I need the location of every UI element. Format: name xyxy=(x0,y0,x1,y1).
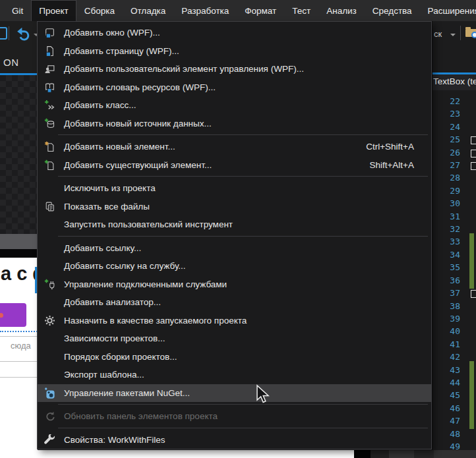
line-numbers: 2223242526272829303132333435363738394041… xyxy=(432,95,460,450)
line-number: 24 xyxy=(432,121,460,133)
main-menubar: GitПроектСборкаОтладкаРазработкаФорматТе… xyxy=(0,0,476,21)
mouse-cursor xyxy=(256,384,270,407)
menu-item-label: Показать все файлы xyxy=(64,202,150,212)
menu-item-label: Управление подключенными службами xyxy=(64,279,227,289)
magnifier-icon xyxy=(471,32,476,38)
menu-item-add-resource-dictionary-wpf[interactable]: Добавить словарь ресурсов (WPF)... xyxy=(38,78,431,97)
designer-row-divider xyxy=(0,377,38,378)
designer-textbox-placeholder-fragment[interactable]: сюда xyxy=(11,341,31,351)
menu-item-label: Добавить пользовательский элемент управл… xyxy=(64,64,304,74)
menu-item-refresh-project-toolbox-items: Обновить панель элементов проекта xyxy=(38,407,431,426)
designer-row-divider xyxy=(0,361,38,362)
menu-item-add-reference[interactable]: Добавить ссылку... xyxy=(38,239,431,258)
line-number: 49 xyxy=(432,440,460,450)
intellisense-popup-fragment: TextBox (te xyxy=(432,74,476,90)
toolbar-separator xyxy=(460,26,461,40)
menu-item-add-window-wpf[interactable]: Добавить окно (WPF)... xyxy=(38,24,431,42)
menu-item-shortcut: Shift+Alt+A xyxy=(369,160,414,170)
add-datasource-icon xyxy=(44,118,55,129)
wpf-usercontrol-icon xyxy=(44,63,55,74)
menu-item-label: Исключить из проекта xyxy=(64,183,156,193)
line-number: 30 xyxy=(432,197,460,210)
menu-item-add-page-wpf[interactable]: Добавить страницу (WPF)... xyxy=(38,42,431,61)
line-number: 22 xyxy=(432,95,460,107)
menu-separator xyxy=(58,176,428,177)
designer-purple-button[interactable] xyxy=(0,303,26,327)
menu-item-set-as-startup-project[interactable]: Назначить в качестве запускаемого проект… xyxy=(38,312,431,330)
menu-item-properties-workwithfiles[interactable]: Свойства: WorkWithFiles xyxy=(38,431,431,449)
add-class-icon xyxy=(44,100,55,111)
line-number: 28 xyxy=(432,171,460,184)
line-number: 27 xyxy=(432,159,460,171)
menu-item-run-custom-tool[interactable]: Запустить пользовательский инструмент xyxy=(38,215,431,234)
menu-item-label: Добавить существующий элемент... xyxy=(64,160,212,170)
line-number: 29 xyxy=(432,185,460,197)
menu-item-show-all-files[interactable]: Показать все файлы xyxy=(38,198,431,216)
menubar-item-tools[interactable]: Средства xyxy=(365,0,420,21)
menu-item-add-service-reference[interactable]: Добавить ссылку на службу... xyxy=(38,257,431,275)
menubar-item-debug[interactable]: Отладка xyxy=(123,0,173,21)
menu-item-label: Запустить пользовательский инструмент xyxy=(64,219,233,229)
refresh-icon xyxy=(44,411,55,422)
line-number: 45 xyxy=(432,389,460,401)
menubar-item-design[interactable]: Разработка xyxy=(173,0,237,21)
menubar-item-git[interactable]: Git xyxy=(4,0,31,21)
menu-separator xyxy=(58,134,428,135)
menu-item-add-existing-item[interactable]: Добавить существующий элемент...Shift+Al… xyxy=(38,156,431,175)
menubar-item-test[interactable]: Тест xyxy=(284,0,318,21)
toolbar-partial-icon[interactable] xyxy=(0,27,7,40)
line-number: 26 xyxy=(432,146,460,159)
code-glyph-fragment xyxy=(471,162,476,170)
run-dropdown-label-fragment[interactable]: ск xyxy=(434,29,442,39)
menu-separator xyxy=(58,236,428,237)
menu-item-project-dependencies[interactable]: Зависимости проектов... xyxy=(38,329,431,348)
designer-window-chrome xyxy=(0,234,38,249)
line-number: 41 xyxy=(432,338,460,351)
menu-item-label: Экспорт шаблона... xyxy=(64,370,144,380)
menu-item-label: Добавить анализатор... xyxy=(64,297,161,307)
code-glyph-fragment xyxy=(471,136,476,144)
menu-item-add-analyzer[interactable]: Добавить анализатор... xyxy=(38,293,431,312)
menu-item-project-build-order[interactable]: Порядок сборки проектов... xyxy=(38,348,431,366)
bottom-scrollbar-strip[interactable] xyxy=(38,450,476,458)
line-number: 40 xyxy=(432,325,460,337)
line-number: 34 xyxy=(432,248,460,261)
line-number: 43 xyxy=(432,364,460,376)
no-icon xyxy=(44,369,55,380)
change-tracking-bar xyxy=(469,233,474,289)
line-number: 39 xyxy=(432,312,460,325)
menu-item-label: Назначить в качестве запускаемого проект… xyxy=(64,316,247,326)
no-icon xyxy=(44,260,55,272)
menu-separator xyxy=(58,428,428,428)
designer-pane-fragment: ON а с ф сюда xyxy=(0,21,38,458)
menubar-item-format[interactable]: Формат xyxy=(237,0,284,21)
line-number: 38 xyxy=(432,300,460,312)
code-editor-gutter: 2223242526272829303132333435363738394041… xyxy=(432,90,476,450)
menubar-item-build[interactable]: Сборка xyxy=(76,0,123,21)
menu-item-add-class[interactable]: Добавить класс... xyxy=(38,96,431,115)
designer-window-surface: а с ф сюда xyxy=(0,258,38,458)
menu-item-add-new-data-source[interactable]: Добавить новый источник данных... xyxy=(38,115,431,133)
scrollbar-segment xyxy=(38,450,354,458)
no-icon xyxy=(44,219,55,230)
startup-project-icon xyxy=(44,315,55,326)
panel-tab-label-fragment[interactable]: ON xyxy=(3,57,19,68)
line-number: 31 xyxy=(432,210,460,223)
menu-item-exclude-from-project[interactable]: Исключить из проекта xyxy=(38,179,431,198)
folder-search-icon[interactable] xyxy=(465,29,476,37)
menubar-item-analyze[interactable]: Анализ xyxy=(318,0,365,21)
undo-icon[interactable] xyxy=(14,24,32,45)
menu-item-manage-connected-services[interactable]: Управление подключенными службами xyxy=(38,275,431,294)
run-dropdown-arrow-icon[interactable] xyxy=(450,34,456,36)
menu-item-add-new-item[interactable]: Добавить новый элемент...Ctrl+Shift+A xyxy=(38,138,431,156)
menubar-item-extensions[interactable]: Расширения xyxy=(420,0,476,21)
menu-item-label: Добавить ссылку на службу... xyxy=(64,261,186,271)
menubar-item-project[interactable]: Проект xyxy=(31,0,76,21)
change-tracking-bar xyxy=(469,361,474,429)
menu-item-export-template[interactable]: Экспорт шаблона... xyxy=(38,366,431,384)
scrollbar-segment xyxy=(389,450,414,458)
menu-item-manage-nuget-packages[interactable]: Управление пакетами NuGet... xyxy=(38,384,431,403)
properties-wrench-icon xyxy=(44,434,55,445)
scrollbar-segment xyxy=(371,450,389,458)
menu-item-add-usercontrol-wpf[interactable]: Добавить пользовательский элемент управл… xyxy=(38,60,431,78)
